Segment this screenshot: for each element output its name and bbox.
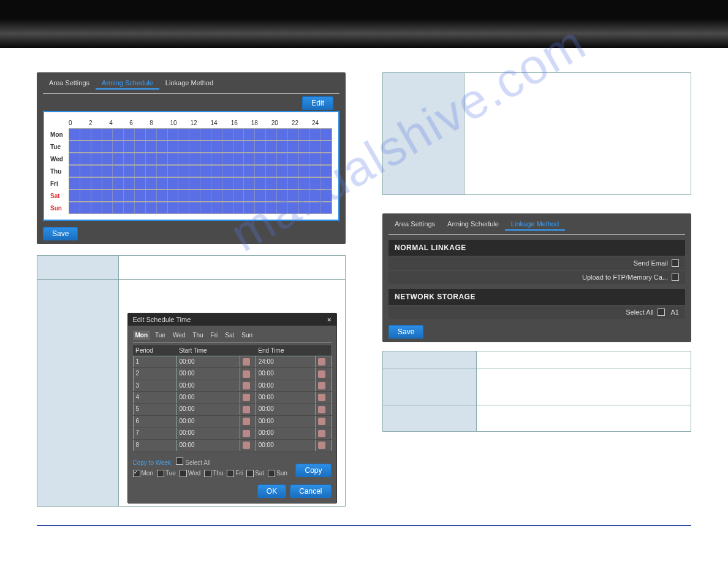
day-tab[interactable]: Mon	[133, 331, 151, 340]
copy-button[interactable]: Copy	[295, 464, 331, 477]
period-num: 2	[133, 368, 176, 380]
period-table: Period Start Time End Time 100:0024:0020…	[133, 345, 332, 451]
day-bar[interactable]	[69, 165, 332, 177]
day-tab[interactable]: Wed	[170, 331, 188, 340]
day-bar[interactable]	[69, 140, 332, 153]
end-time[interactable]: 00:00	[256, 404, 315, 415]
day-tab[interactable]: Tue	[153, 331, 168, 340]
checkbox[interactable]	[133, 470, 140, 477]
start-time[interactable]: 00:00	[176, 368, 240, 380]
close-icon[interactable]: ×	[327, 316, 331, 323]
upload-checkbox[interactable]	[672, 274, 679, 281]
checkbox[interactable]	[180, 470, 187, 477]
period-row: 300:0000:00	[133, 380, 331, 391]
info-left-mid-left	[37, 280, 119, 507]
hour-label: 14	[211, 120, 231, 126]
tab-arming-schedule[interactable]: Arming Schedule	[96, 77, 159, 90]
day-tab[interactable]: Fri	[208, 331, 221, 340]
period-row: 700:0000:00	[133, 427, 331, 439]
end-time[interactable]: 00:00	[256, 415, 315, 427]
end-time[interactable]: 00:00	[256, 368, 315, 380]
day-bar[interactable]	[69, 128, 332, 140]
info-left-mid-right: Edit Schedule Time × MonTueWedThuFriSatS…	[119, 280, 346, 507]
day-label: Wed	[50, 156, 69, 163]
end-time[interactable]: 00:00	[256, 439, 315, 451]
copy-day-check[interactable]: Sun	[268, 470, 287, 477]
copy-day-check[interactable]: Sat	[246, 470, 264, 477]
edit-button[interactable]: Edit	[302, 96, 333, 110]
clock-icon[interactable]	[318, 418, 325, 425]
tab-arming-schedule-2[interactable]: Arming Schedule	[441, 218, 505, 231]
copy-day-check[interactable]: Tue	[157, 470, 176, 477]
select-all-checkbox[interactable]	[176, 458, 183, 465]
start-time[interactable]: 00:00	[176, 427, 240, 439]
hours-row: 024681012141618202224	[69, 120, 332, 126]
clock-icon[interactable]	[243, 358, 250, 366]
start-time[interactable]: 00:00	[176, 415, 240, 427]
checkbox[interactable]	[204, 470, 211, 477]
copy-day-check[interactable]: Fri	[227, 470, 243, 477]
copy-day-label: Sun	[276, 470, 287, 477]
clock-icon[interactable]	[243, 394, 250, 401]
hour-label: 20	[271, 120, 292, 126]
clock-icon[interactable]	[243, 442, 250, 449]
col-period: Period	[133, 345, 176, 356]
end-time[interactable]: 00:00	[256, 427, 315, 439]
clock-icon[interactable]	[243, 382, 250, 389]
info-left-top-left	[37, 256, 119, 280]
clock-icon[interactable]	[318, 406, 325, 413]
period-num: 7	[133, 427, 176, 439]
clock-icon[interactable]	[318, 370, 325, 378]
linkage-table-r2c1	[383, 405, 477, 432]
select-all-storage-checkbox[interactable]	[658, 308, 665, 316]
end-time[interactable]: 00:00	[256, 380, 315, 391]
day-tab[interactable]: Thu	[190, 331, 205, 340]
checkbox[interactable]	[227, 470, 234, 477]
start-time[interactable]: 00:00	[176, 439, 240, 451]
hour-label: 22	[292, 120, 312, 126]
clock-icon[interactable]	[318, 358, 325, 366]
end-time[interactable]: 00:00	[256, 392, 315, 404]
day-bar[interactable]	[69, 153, 332, 165]
clock-icon[interactable]	[243, 406, 250, 413]
start-time[interactable]: 00:00	[176, 380, 240, 391]
copy-to-week-link[interactable]: Copy to Week	[133, 459, 172, 466]
copy-day-check[interactable]: Thu	[204, 470, 223, 477]
info-table-left: Edit Schedule Time × MonTueWedThuFriSatS…	[37, 255, 346, 507]
checkbox[interactable]	[157, 470, 164, 477]
copy-day-check[interactable]: Wed	[180, 470, 200, 477]
start-time[interactable]: 00:00	[176, 356, 240, 368]
footer-rule	[37, 525, 691, 526]
save-button-arming[interactable]: Save	[43, 227, 78, 240]
end-time[interactable]: 24:00	[256, 356, 315, 368]
copy-day-check[interactable]: Mon	[133, 470, 153, 477]
clock-icon[interactable]	[243, 418, 250, 425]
hour-label: 24	[312, 120, 332, 126]
checkbox[interactable]	[268, 470, 275, 477]
tab-linkage-method-2[interactable]: Linkage Method	[505, 218, 565, 231]
ok-button[interactable]: OK	[257, 484, 286, 498]
save-button-linkage[interactable]: Save	[389, 325, 423, 339]
start-time[interactable]: 00:00	[176, 404, 240, 415]
day-tab[interactable]: Sun	[239, 331, 255, 340]
clock-icon[interactable]	[243, 430, 250, 437]
day-bar[interactable]	[69, 202, 332, 214]
tab-area-settings-2[interactable]: Area Settings	[389, 218, 441, 231]
send-email-checkbox[interactable]	[672, 259, 679, 267]
clock-icon[interactable]	[318, 430, 325, 437]
day-tab[interactable]: Sat	[222, 331, 237, 340]
clock-icon[interactable]	[318, 442, 325, 449]
arming-schedule-panel: Area Settings Arming Schedule Linkage Me…	[37, 72, 346, 244]
day-bar[interactable]	[69, 177, 332, 190]
copy-day-label: Thu	[213, 470, 223, 477]
tab-linkage-method[interactable]: Linkage Method	[159, 77, 219, 90]
start-time[interactable]: 00:00	[176, 392, 240, 404]
checkbox[interactable]	[246, 470, 254, 477]
clock-icon[interactable]	[318, 394, 325, 401]
clock-icon[interactable]	[243, 370, 250, 378]
cancel-button[interactable]: Cancel	[290, 484, 331, 498]
day-bar[interactable]	[69, 190, 332, 202]
tab-area-settings[interactable]: Area Settings	[43, 77, 96, 90]
info-right-top-right	[464, 73, 691, 195]
clock-icon[interactable]	[318, 382, 325, 389]
